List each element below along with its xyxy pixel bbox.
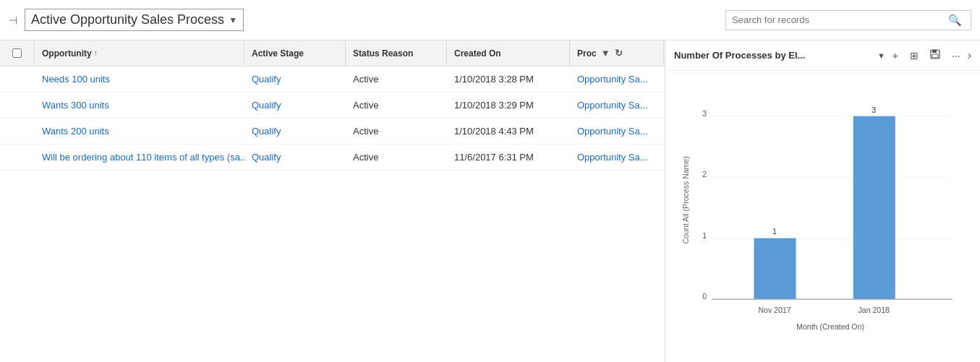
table-header: Opportunity ↑ Active Stage Status Reason… — [0, 40, 665, 66]
col-header-process: Proc ▼ ↻ — [570, 40, 664, 66]
col-active-stage-label: Active Stage — [252, 48, 304, 59]
chart-title: Number Of Processes by El... — [674, 50, 873, 61]
y-tick-2: 2 — [702, 170, 707, 178]
header: ⊣ Active Opportunity Sales Process ▼ 🔍 — [0, 0, 980, 40]
table-row: Needs 100 units Qualify Active 1/10/2018… — [0, 66, 665, 92]
row-checkbox-2[interactable] — [0, 92, 35, 118]
y-axis-label: Count All (Process Name) — [681, 156, 690, 244]
col-header-status-reason: Status Reason — [346, 40, 447, 66]
chart-body: Count All (Process Name) 0 1 2 3 1 Nov 2… — [665, 71, 980, 362]
sort-ascending-icon[interactable]: ↑ — [94, 49, 98, 57]
x-label-nov-2017: Nov 2017 — [758, 306, 791, 314]
opportunity-link-2[interactable]: Wants 300 units — [35, 92, 244, 118]
col-header-opportunity: Opportunity ↑ — [35, 40, 244, 66]
process-1[interactable]: Opportunity Sa... — [570, 66, 664, 92]
col-header-active-stage: Active Stage — [244, 40, 346, 66]
svg-rect-2 — [932, 54, 938, 58]
main-content: Opportunity ↑ Active Stage Status Reason… — [0, 40, 980, 362]
row-checkbox-3[interactable] — [0, 118, 35, 144]
svg-rect-1 — [932, 50, 937, 53]
active-stage-3[interactable]: Qualify — [244, 118, 346, 144]
chart-section: Number Of Processes by El... ▼ + ⊞ ··· › — [665, 40, 980, 362]
row-checkbox-4[interactable] — [0, 145, 35, 170]
opportunity-link-4[interactable]: Will be ordering about 110 items of all … — [35, 145, 244, 170]
process-3[interactable]: Opportunity Sa... — [570, 118, 664, 144]
table-body: Needs 100 units Qualify Active 1/10/2018… — [0, 66, 665, 171]
chart-more-button[interactable]: ··· — [949, 48, 963, 63]
chart-add-button[interactable]: + — [890, 48, 901, 63]
created-on-4: 11/6/2017 6:31 PM — [447, 145, 570, 170]
filter-icon[interactable]: ▼ — [601, 48, 610, 59]
status-reason-1: Active — [346, 66, 447, 92]
bar-jan-2018-value: 3 — [872, 105, 876, 114]
refresh-icon[interactable]: ↻ — [615, 48, 623, 59]
page-title: Active Opportunity Sales Process — [31, 12, 224, 27]
bar-jan-2018 — [853, 116, 895, 299]
chart-layout-button[interactable]: ⊞ — [907, 48, 921, 63]
row-checkbox-1[interactable] — [0, 66, 35, 92]
status-reason-2: Active — [346, 92, 447, 118]
created-on-2: 1/10/2018 3:29 PM — [447, 92, 570, 118]
table-section: Opportunity ↑ Active Stage Status Reason… — [0, 40, 665, 362]
active-stage-4[interactable]: Qualify — [244, 145, 346, 170]
created-on-3: 1/10/2018 4:43 PM — [447, 118, 570, 144]
y-tick-3: 3 — [702, 109, 707, 118]
title-wrapper[interactable]: Active Opportunity Sales Process ▼ — [25, 9, 244, 31]
chart-svg: Count All (Process Name) 0 1 2 3 1 Nov 2… — [673, 78, 973, 353]
process-2[interactable]: Opportunity Sa... — [570, 92, 664, 118]
nav-icon: ⊣ — [9, 14, 17, 26]
x-label-jan-2018: Jan 2018 — [858, 306, 890, 314]
status-reason-4: Active — [346, 145, 447, 170]
chart-header: Number Of Processes by El... ▼ + ⊞ ··· › — [665, 40, 980, 71]
select-all-checkbox[interactable] — [12, 48, 22, 58]
y-tick-1: 1 — [702, 231, 707, 240]
title-dropdown-arrow[interactable]: ▼ — [229, 15, 237, 25]
col-header-created-on: Created On — [447, 40, 570, 66]
opportunity-link-1[interactable]: Needs 100 units — [35, 66, 244, 92]
bar-nov-2017 — [754, 238, 796, 299]
status-reason-3: Active — [346, 118, 447, 144]
active-stage-2[interactable]: Qualify — [244, 92, 346, 118]
chart-expand-button[interactable]: › — [968, 49, 971, 62]
y-tick-0: 0 — [702, 292, 707, 301]
chart-title-dropdown-icon[interactable]: ▼ — [877, 51, 885, 60]
col-process-label: Proc — [577, 48, 597, 59]
table-row: Wants 300 units Qualify Active 1/10/2018… — [0, 92, 665, 118]
chart-actions: + ⊞ ··· — [890, 48, 963, 63]
table-row: Will be ordering about 110 items of all … — [0, 145, 665, 171]
chart-save-button[interactable] — [927, 48, 943, 63]
created-on-1: 1/10/2018 3:28 PM — [447, 66, 570, 92]
search-input[interactable] — [732, 14, 945, 25]
search-button[interactable]: 🔍 — [945, 14, 965, 27]
table-row: Wants 200 units Qualify Active 1/10/2018… — [0, 118, 665, 145]
opportunity-link-3[interactable]: Wants 200 units — [35, 118, 244, 144]
active-stage-1[interactable]: Qualify — [244, 66, 346, 92]
col-created-on-label: Created On — [454, 48, 501, 59]
process-4[interactable]: Opportunity Sa... — [570, 145, 664, 170]
search-box: 🔍 — [725, 10, 971, 30]
col-status-reason-label: Status Reason — [353, 48, 413, 59]
x-axis-label: Month (Created On) — [796, 322, 864, 331]
select-all-checkbox-cell[interactable] — [0, 40, 35, 66]
bar-nov-2017-value: 1 — [772, 227, 777, 236]
col-opportunity-label: Opportunity — [42, 48, 92, 59]
